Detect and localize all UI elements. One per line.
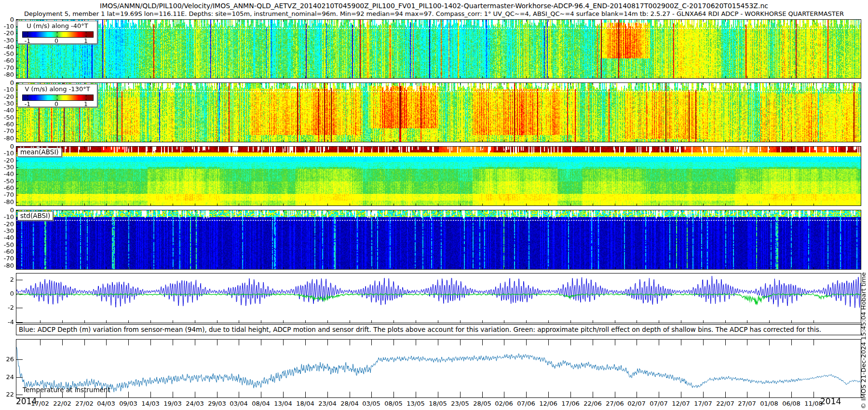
depth-tick-label: -70 bbox=[0, 255, 14, 262]
temperature-canvas bbox=[16, 340, 861, 397]
x-tick bbox=[791, 267, 792, 269]
x-tick bbox=[84, 210, 85, 212]
x-tick bbox=[173, 320, 173, 323]
x-tick bbox=[769, 20, 770, 22]
y-tick bbox=[16, 231, 18, 232]
x-tick bbox=[106, 83, 107, 85]
x-tick bbox=[725, 140, 726, 142]
x-tick bbox=[593, 210, 593, 212]
x-tick bbox=[261, 267, 261, 269]
depth-variation-canvas bbox=[16, 273, 861, 323]
x-tick bbox=[416, 340, 416, 345]
x-tick bbox=[791, 76, 792, 78]
x-tick bbox=[305, 204, 306, 205]
x-tick bbox=[217, 267, 217, 269]
x-tick bbox=[416, 267, 416, 269]
y-tick bbox=[16, 294, 23, 294]
x-tick bbox=[150, 204, 151, 205]
x-tick bbox=[747, 320, 747, 323]
x-tick bbox=[460, 83, 461, 85]
x-tick bbox=[327, 340, 328, 345]
x-tick bbox=[593, 320, 593, 323]
x-tick bbox=[106, 147, 107, 149]
x-tick bbox=[393, 210, 394, 212]
x-tick bbox=[637, 147, 637, 149]
x-tick bbox=[814, 20, 814, 22]
x-tick bbox=[482, 267, 483, 269]
x-tick bbox=[84, 340, 85, 345]
x-tick bbox=[725, 267, 726, 269]
x-tick bbox=[305, 320, 306, 323]
depth-tick-label: -10 bbox=[0, 150, 14, 157]
x-tick bbox=[327, 76, 328, 78]
legend-u-title: U (m/s) along -40°T bbox=[18, 21, 97, 29]
label-box-std-absi: std(ABSI) bbox=[17, 211, 53, 220]
x-tick bbox=[173, 83, 173, 85]
x-tick bbox=[593, 20, 593, 22]
x-tick bbox=[150, 83, 151, 85]
x-tick bbox=[703, 147, 704, 149]
x-tick bbox=[814, 83, 814, 85]
legend-v-velocity: V (m/s) along -130°T -1 0 1 bbox=[17, 84, 97, 107]
x-tick bbox=[283, 20, 284, 22]
figure-subtitle: Deployment 5, member 1 lat=19.69S lon=11… bbox=[0, 10, 868, 17]
x-axis-year-right: 2014 bbox=[820, 396, 841, 406]
depth-tick-label: -80 bbox=[0, 198, 14, 206]
x-tick bbox=[305, 392, 306, 397]
y-tick bbox=[16, 195, 18, 195]
depth-tick-label: -70 bbox=[0, 191, 14, 199]
x-tick bbox=[593, 76, 593, 78]
x-tick bbox=[703, 340, 704, 345]
x-tick bbox=[681, 83, 681, 85]
x-tick bbox=[747, 204, 747, 205]
x-tick bbox=[239, 392, 239, 397]
x-tick bbox=[106, 140, 107, 142]
x-tick bbox=[62, 210, 63, 212]
x-tick bbox=[173, 76, 173, 78]
x-tick bbox=[195, 147, 195, 149]
x-tick bbox=[106, 267, 107, 269]
colorbar-u-tick-label: 0 bbox=[54, 37, 58, 44]
x-tick bbox=[283, 76, 284, 78]
x-tick bbox=[460, 147, 461, 149]
x-tick bbox=[681, 76, 681, 78]
x-tick bbox=[393, 140, 394, 142]
x-tick bbox=[173, 340, 173, 345]
x-tick bbox=[725, 147, 726, 149]
credit-text: © IMOS 21-Dec-2024 15:45:04 Hobart time bbox=[860, 272, 867, 409]
x-tick bbox=[747, 392, 747, 397]
x-tick bbox=[106, 210, 107, 212]
v-velocity-canvas bbox=[16, 83, 861, 142]
x-tick bbox=[681, 340, 681, 345]
y-tick bbox=[16, 202, 18, 203]
x-tick bbox=[593, 83, 593, 85]
depth-tick-label: -10 bbox=[0, 213, 14, 221]
x-tick bbox=[659, 340, 659, 345]
x-tick bbox=[62, 76, 63, 78]
x-tick bbox=[393, 20, 394, 22]
x-tick bbox=[40, 320, 41, 323]
x-tick bbox=[195, 267, 195, 269]
x-tick bbox=[615, 210, 615, 212]
x-tick bbox=[305, 340, 306, 345]
x-tick bbox=[659, 392, 659, 397]
x-tick bbox=[239, 20, 239, 22]
x-tick bbox=[504, 140, 504, 142]
x-tick bbox=[703, 83, 704, 85]
x-tick bbox=[305, 76, 306, 78]
x-tick bbox=[393, 204, 394, 205]
y-tick bbox=[16, 245, 18, 246]
x-tick bbox=[504, 210, 504, 212]
x-tick bbox=[261, 210, 261, 212]
panel-u-velocity bbox=[16, 19, 861, 79]
x-tick bbox=[150, 210, 151, 212]
x-tick bbox=[128, 204, 129, 205]
x-tick bbox=[615, 147, 615, 149]
x-tick bbox=[393, 320, 394, 323]
x-tick bbox=[791, 340, 792, 345]
x-tick bbox=[350, 204, 350, 205]
x-tick bbox=[747, 267, 747, 269]
x-tick bbox=[703, 76, 704, 78]
x-tick bbox=[637, 83, 637, 85]
x-tick bbox=[570, 267, 571, 269]
